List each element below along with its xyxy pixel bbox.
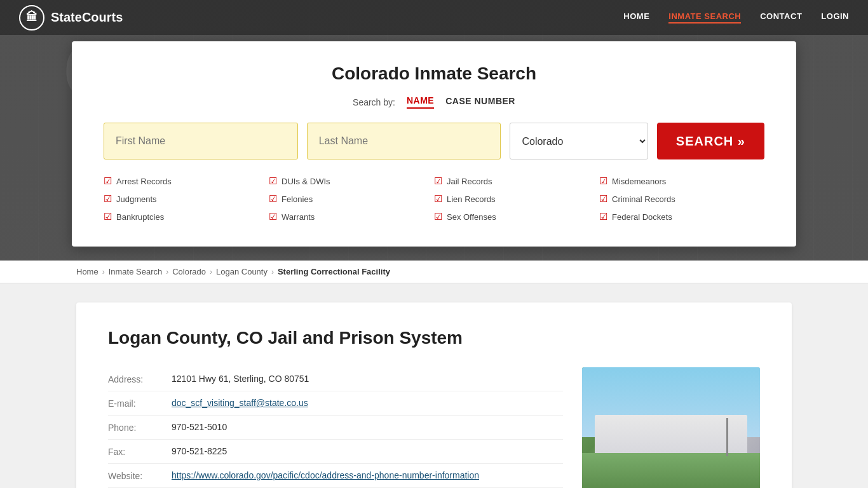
main-nav: 🏛 StateCourts HOME INMATE SEARCH CONTACT…: [0, 0, 868, 35]
feature-judgments: ☑ Judgments: [104, 191, 269, 207]
feature-felonies: ☑ Felonies: [269, 191, 434, 207]
check-icon: ☑: [434, 175, 442, 187]
logo-text: StateCourts: [51, 10, 123, 25]
feature-bankruptcies: ☑ Bankruptcies: [104, 209, 269, 224]
breadcrumb-home[interactable]: Home: [76, 267, 98, 276]
check-icon: ☑: [434, 211, 442, 222]
breadcrumb-colorado[interactable]: Colorado: [172, 267, 206, 276]
breadcrumb-sep-1: ›: [102, 268, 105, 276]
email-label: E-mail:: [108, 398, 159, 409]
nav-links: HOME INMATE SEARCH CONTACT LOGIN: [623, 11, 849, 24]
first-name-input[interactable]: [104, 123, 298, 159]
breadcrumb-current: Sterling Correctional Facility: [278, 267, 390, 276]
website-label: Website:: [108, 470, 159, 481]
search-features: ☑ Arrest Records ☑ DUIs & DWIs ☑ Jail Re…: [104, 173, 764, 224]
main-content: Logan County, CO Jail and Prison System …: [0, 283, 868, 488]
address-label: Address:: [108, 374, 159, 384]
feature-label: Arrest Records: [116, 177, 172, 186]
search-by-label: Search by:: [353, 97, 395, 107]
feature-label: Misdemeanors: [612, 177, 666, 186]
address-value: 12101 Hwy 61, Sterling, CO 80751: [172, 374, 563, 384]
facility-grass: [582, 453, 760, 488]
feature-label: Federal Dockets: [612, 212, 672, 222]
search-button[interactable]: SEARCH »: [657, 123, 764, 159]
feature-label: Lien Records: [447, 194, 496, 204]
feature-label: Warrants: [281, 212, 315, 222]
search-by-row: Search by: NAME CASE NUMBER: [104, 95, 764, 109]
feature-misdemeanors: ☑ Misdemeanors: [599, 173, 764, 189]
hero-section: COURTHOUSE 🏛 StateCourts HOME INMATE SEA…: [0, 0, 868, 261]
feature-jail-records: ☑ Jail Records: [434, 173, 599, 189]
breadcrumb-sep-4: ›: [271, 268, 274, 276]
facility-image: [582, 367, 760, 488]
logo-link[interactable]: 🏛 StateCourts: [19, 5, 123, 30]
check-icon: ☑: [599, 211, 607, 222]
feature-warrants: ☑ Warrants: [269, 209, 434, 224]
breadcrumb-logan-county[interactable]: Logan County: [216, 267, 268, 276]
check-icon: ☑: [599, 175, 607, 187]
check-icon: ☑: [269, 175, 277, 187]
state-select[interactable]: Colorado: [510, 123, 648, 159]
facility-title: Logan County, CO Jail and Prison System: [108, 328, 760, 348]
detail-text: Address: 12101 Hwy 61, Sterling, CO 8075…: [108, 367, 563, 488]
breadcrumb: Home › Inmate Search › Colorado › Logan …: [0, 261, 868, 283]
breadcrumb-sep-2: ›: [166, 268, 168, 276]
search-title: Colorado Inmate Search: [104, 64, 764, 84]
nav-inmate-search[interactable]: INMATE SEARCH: [668, 11, 741, 24]
check-icon: ☑: [104, 175, 112, 187]
feature-label: Judgments: [116, 194, 157, 204]
nav-home[interactable]: HOME: [623, 11, 649, 24]
breadcrumb-sep-3: ›: [210, 268, 212, 276]
phone-value: 970-521-5010: [172, 422, 563, 432]
feature-label: Bankruptcies: [116, 212, 164, 222]
check-icon: ☑: [104, 211, 112, 222]
feature-label: Criminal Records: [612, 194, 675, 204]
tab-name[interactable]: NAME: [407, 95, 434, 109]
website-value[interactable]: https://www.colorado.gov/pacific/cdoc/ad…: [172, 470, 563, 480]
feature-label: Jail Records: [447, 177, 492, 186]
fax-value: 970-521-8225: [172, 446, 563, 456]
logo-icon: 🏛: [19, 5, 44, 30]
address-row: Address: 12101 Hwy 61, Sterling, CO 8075…: [108, 367, 563, 391]
nav-login[interactable]: LOGIN: [821, 11, 849, 24]
detail-layout: Address: 12101 Hwy 61, Sterling, CO 8075…: [108, 367, 760, 488]
check-icon: ☑: [104, 193, 112, 205]
breadcrumb-inmate-search[interactable]: Inmate Search: [109, 267, 163, 276]
fax-label: Fax:: [108, 446, 159, 457]
feature-criminal-records: ☑ Criminal Records: [599, 191, 764, 207]
feature-label: DUIs & DWIs: [281, 177, 330, 186]
search-card: Colorado Inmate Search Search by: NAME C…: [72, 41, 796, 247]
check-icon: ☑: [434, 193, 442, 205]
email-row: E-mail: doc_scf_visiting_staff@state.co.…: [108, 391, 563, 416]
facility-flagpole: [726, 418, 728, 456]
feature-label: Felonies: [281, 194, 313, 204]
fax-row: Fax: 970-521-8225: [108, 440, 563, 464]
tab-case-number[interactable]: CASE NUMBER: [445, 96, 515, 108]
check-icon: ☑: [269, 193, 277, 205]
check-icon: ☑: [599, 193, 607, 205]
feature-federal-dockets: ☑ Federal Dockets: [599, 209, 764, 224]
content-card: Logan County, CO Jail and Prison System …: [76, 302, 792, 488]
last-name-input[interactable]: [307, 123, 501, 159]
nav-contact[interactable]: CONTACT: [760, 11, 802, 24]
feature-sex-offenses: ☑ Sex Offenses: [434, 209, 599, 224]
feature-duis: ☑ DUIs & DWIs: [269, 173, 434, 189]
check-icon: ☑: [269, 211, 277, 222]
phone-label: Phone:: [108, 422, 159, 433]
website-row: Website: https://www.colorado.gov/pacifi…: [108, 464, 563, 488]
search-inputs: Colorado SEARCH »: [104, 123, 764, 159]
email-value[interactable]: doc_scf_visiting_staff@state.co.us: [172, 398, 563, 408]
feature-lien-records: ☑ Lien Records: [434, 191, 599, 207]
feature-label: Sex Offenses: [447, 212, 496, 222]
feature-arrest-records: ☑ Arrest Records: [104, 173, 269, 189]
phone-row: Phone: 970-521-5010: [108, 416, 563, 440]
